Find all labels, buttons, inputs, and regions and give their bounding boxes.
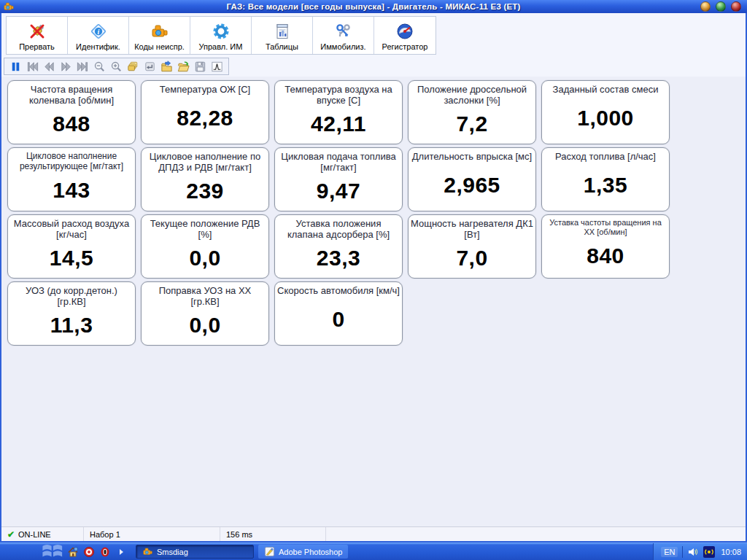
tray-divider [682, 546, 683, 558]
chart-button[interactable] [209, 59, 225, 74]
chevron-right-icon[interactable] [115, 546, 127, 558]
parameter-card-7[interactable]: Цикловая подача топлива [мг/такт]9,47 [274, 147, 403, 211]
parameter-value: 0,0 [142, 241, 268, 278]
parameter-label: Скорость автомобиля [км/ч] [275, 285, 402, 296]
statusbar-spacer [326, 527, 746, 541]
parameter-label: Уставка частоты вращения на ХХ [об/мин] [542, 218, 669, 237]
start-button[interactable] [41, 545, 66, 559]
app-engine-icon [3, 1, 15, 12]
connection-section: ✔ ON-LINE [1, 527, 84, 541]
plug-disconnect-icon [28, 22, 47, 41]
volume-icon[interactable] [687, 546, 699, 558]
taskbar-task-adobe-photoshop[interactable]: Adobe Photoshop [258, 545, 348, 559]
export-button[interactable] [159, 59, 174, 74]
parameter-card-3[interactable]: Положение дроссельной заслонки [%]7,2 [408, 80, 536, 144]
parameter-card-16[interactable]: Поправка УОЗ на ХХ [гр.КВ]0,0 [141, 281, 269, 346]
desktop-screen: ГАЗ: Все модели [все годы выпуска] - Дви… [0, 0, 747, 560]
connection-status: ON-LINE [18, 530, 51, 539]
online-check-icon: ✔ [7, 529, 15, 540]
parameter-label: Цикловое наполнение по ДПДЗ и РДВ [мг/та… [142, 151, 268, 174]
parameter-card-15[interactable]: УОЗ (до корр.детон.) [гр.КВ]11,3 [7, 281, 136, 346]
playback-toolbar [1, 57, 746, 77]
toolbar-button-label: Регистратор [382, 42, 428, 51]
parameter-value: 1,35 [542, 162, 669, 211]
parameter-card-4[interactable]: Заданный состав смеси1,000 [541, 80, 670, 144]
parameter-card-9[interactable]: Расход топлива [л/час]1,35 [541, 147, 670, 211]
window-title: ГАЗ: Все модели [все годы выпуска] - Дви… [0, 2, 747, 11]
parameter-label: Частота вращения коленвала [об/мин] [8, 84, 135, 106]
window-body: ПрерватьiИдентифик.Коды неиспр.Управл. И… [0, 13, 747, 542]
parameter-card-11[interactable]: Текущее положение РДВ [%]0,0 [141, 214, 269, 279]
zoom-in-button[interactable] [109, 59, 124, 74]
main-toolbar: ПрерватьiИдентифик.Коды неиспр.Управл. И… [1, 13, 746, 57]
close-button[interactable] [731, 1, 741, 12]
go-first-button[interactable] [25, 59, 40, 74]
taskbar: SmsdiagAdobe Photoshop EN 10:08 [0, 542, 747, 560]
parameter-card-12[interactable]: Уставка положения клапана адсорбера [%]2… [274, 214, 403, 279]
parameter-label: Массовый расход воздуха [кг/час] [8, 218, 135, 241]
parameter-label: Уставка положения клапана адсорбера [%] [275, 218, 402, 241]
red-orb-icon[interactable] [83, 546, 95, 558]
parameter-card-14[interactable]: Уставка частоты вращения на ХХ [об/мин]8… [541, 214, 670, 279]
parameter-card-2[interactable]: Температура воздуха на впуске [С]42,11 [274, 80, 403, 144]
parameter-card-5[interactable]: Цикловое наполнение результирующее [мг/т… [7, 147, 136, 211]
parameter-card-10[interactable]: Массовый расход воздуха [кг/час]14,5 [7, 214, 136, 279]
toolbar-button-label: Управл. ИМ [199, 42, 243, 51]
toolbar-button-actuator-control[interactable]: Управл. ИМ [190, 17, 252, 54]
toolbar-button-tables[interactable]: Таблицы [252, 17, 313, 54]
toolbar-button-recorder[interactable]: Регистратор [374, 17, 436, 54]
toolbar-button-label: Идентифик. [76, 42, 120, 51]
poll-interval: 156 ms [220, 527, 326, 541]
parameter-card-8[interactable]: Длительность впрыска [мс]2,965 [408, 147, 536, 211]
parameter-card-6[interactable]: Цикловое наполнение по ДПДЗ и РДВ [мг/та… [141, 147, 269, 211]
rewind-button[interactable] [42, 59, 57, 74]
revert-button[interactable] [142, 59, 158, 74]
toolbar-panel: ПрерватьiИдентифик.Коды неиспр.Управл. И… [6, 16, 436, 55]
playbar-panel [4, 58, 229, 75]
forward-button[interactable] [58, 59, 74, 74]
save-button[interactable] [193, 59, 208, 74]
parameter-value: 0,0 [142, 308, 268, 345]
info-diamond-icon: i [89, 22, 108, 41]
parameter-card-17[interactable]: Скорость автомобиля [км/ч]0 [274, 281, 403, 346]
table-doc-icon [273, 22, 292, 41]
window-titlebar[interactable]: ГАЗ: Все модели [все годы выпуска] - Дви… [0, 0, 747, 13]
parameter-value: 11,3 [8, 308, 135, 345]
svg-text:i: i [97, 28, 99, 36]
parameter-label: Заданный состав смеси [542, 84, 669, 95]
toolbar-button-label: Иммобилиз. [320, 42, 365, 51]
go-last-button[interactable] [75, 59, 90, 74]
parameter-value: 2,965 [409, 162, 535, 211]
parameter-value: 14,5 [8, 241, 135, 278]
pause-button[interactable] [8, 59, 23, 74]
open-button[interactable] [176, 59, 191, 74]
parameter-card-13[interactable]: Мощность нагревателя ДК1 [Вт]7,0 [408, 214, 536, 279]
photoshop-icon [264, 546, 275, 557]
parameter-label: Цикловое наполнение результирующее [мг/т… [8, 151, 135, 171]
copy-button[interactable] [125, 59, 141, 74]
opera-o-icon[interactable] [99, 546, 111, 558]
minimize-button[interactable] [700, 1, 711, 12]
dataset-label: Набор 1 [84, 527, 220, 541]
engine-icon [150, 22, 169, 41]
parameter-label: Температура воздуха на впуске [С] [275, 84, 402, 106]
taskbar-clock: 10:08 [721, 548, 741, 556]
house-icon[interactable] [67, 546, 79, 558]
parameter-label: Расход топлива [л/час] [542, 151, 669, 162]
parameter-value: 239 [142, 174, 268, 211]
zoom-out-button[interactable] [92, 59, 107, 74]
window-controls [700, 1, 741, 12]
toolbar-button-immobilizer[interactable]: Иммобилиз. [313, 17, 374, 54]
parameter-card-0[interactable]: Частота вращения коленвала [об/мин]848 [7, 80, 136, 144]
parameter-value: 848 [8, 106, 135, 144]
toolbar-button-identify[interactable]: iИдентифик. [68, 17, 129, 54]
toolbar-button-interrupt[interactable]: Прервать [7, 17, 68, 54]
radio-signal-icon[interactable] [703, 546, 715, 558]
parameter-card-1[interactable]: Температура ОЖ [С]82,28 [141, 80, 269, 144]
maximize-button[interactable] [716, 1, 726, 12]
taskbar-task-smsdiag[interactable]: Smsdiag [136, 545, 254, 559]
parameter-value: 9,47 [275, 174, 402, 211]
language-indicator[interactable]: EN [661, 547, 678, 557]
toolbar-button-fault-codes[interactable]: Коды неиспр. [129, 17, 190, 54]
parameter-dashboard: Частота вращения коленвала [об/мин]848Те… [1, 77, 746, 526]
